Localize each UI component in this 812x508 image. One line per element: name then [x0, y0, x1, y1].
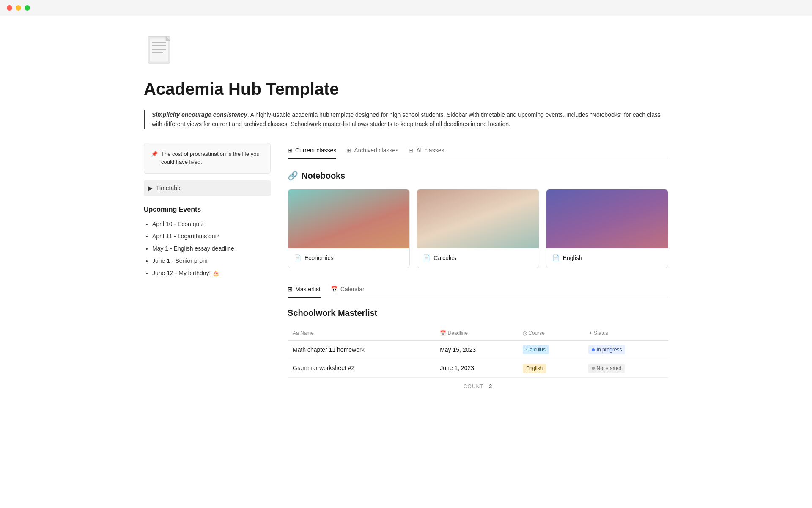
course-badge: Calculus — [523, 345, 549, 354]
status-dot — [592, 367, 595, 370]
table-icon: ⊞ — [288, 285, 293, 294]
table-row: Math chapter 11 homework May 15, 2023 Ca… — [288, 340, 668, 359]
tab-current-classes[interactable]: ⊞ Current classes — [288, 143, 336, 159]
page-title: Academia Hub Template — [144, 76, 668, 102]
col-status-header: ✦ Status — [583, 326, 668, 341]
row-deadline: June 1, 2023 — [435, 359, 518, 378]
grid-icon: ⊞ — [288, 146, 293, 155]
document-icon: 📄 — [552, 254, 560, 262]
timetable-toggle[interactable]: ▶ Timetable — [144, 180, 271, 196]
list-item: June 1 - Senior prom — [152, 257, 271, 265]
calendar-icon: 📅 — [331, 285, 338, 294]
upcoming-events-section: Upcoming Events April 10 - Econ quiz Apr… — [144, 204, 271, 278]
notebook-card-calculus[interactable]: 📄 Calculus — [417, 189, 539, 268]
text-icon: Aa — [293, 330, 299, 336]
maximize-button[interactable] — [25, 5, 30, 11]
link-icon: 🔗 — [288, 169, 298, 182]
status-icon: ✦ — [588, 330, 593, 336]
row-deadline: May 15, 2023 — [435, 340, 518, 359]
grid-icon: ⊞ — [409, 146, 414, 155]
notebook-card-english[interactable]: 📄 English — [546, 189, 668, 268]
notebook-cover-economics — [288, 189, 409, 248]
minimize-button[interactable] — [16, 5, 21, 11]
sub-tabs-bar: ⊞ Masterlist 📅 Calendar — [288, 282, 668, 298]
description-bold: Simplicity encourage consistency — [152, 111, 247, 118]
row-name: Grammar worksheet #2 — [288, 359, 435, 378]
main-content: ⊞ Current classes ⊞ Archived classes ⊞ A… — [288, 143, 668, 395]
document-icon: 📄 — [423, 254, 430, 262]
status-dot — [592, 348, 595, 351]
svg-rect-1 — [150, 38, 168, 62]
quote-box: 📌 The cost of procrastination is the lif… — [144, 143, 271, 174]
status-badge: Not started — [588, 364, 625, 373]
sub-tab-calendar[interactable]: 📅 Calendar — [331, 282, 365, 298]
course-badge: English — [523, 364, 546, 373]
timetable-label: Timetable — [156, 184, 182, 193]
list-item: April 10 - Econ quiz — [152, 220, 271, 229]
calendar-col-icon: 📅 — [440, 330, 446, 336]
notebooks-section: 🔗 Notebooks 📄 Economics — [288, 169, 668, 268]
grid-icon: ⊞ — [346, 146, 351, 155]
count-label: COUNT — [464, 384, 483, 389]
status-badge: In progress — [588, 345, 625, 354]
sub-tab-masterlist[interactable]: ⊞ Masterlist — [288, 282, 321, 298]
events-list: April 10 - Econ quiz April 11 - Logarith… — [144, 220, 271, 278]
col-deadline-header: 📅 Deadline — [435, 326, 518, 341]
close-button[interactable] — [7, 5, 12, 11]
list-item: April 11 - Logarithms quiz — [152, 232, 271, 241]
notebook-label-english: 📄 English — [546, 248, 668, 268]
notebooks-grid: 📄 Economics 📄 Calculus — [288, 189, 668, 268]
tab-all-classes[interactable]: ⊞ All classes — [409, 143, 444, 159]
col-course-header: ◎ Course — [518, 326, 583, 341]
page-container: Academia Hub Template Simplicity encoura… — [110, 16, 702, 412]
table-row: Grammar worksheet #2 June 1, 2023 Englis… — [288, 359, 668, 378]
timetable-arrow-icon: ▶ — [148, 184, 153, 193]
page-icon — [144, 33, 668, 69]
course-icon: ◎ — [523, 330, 527, 336]
notebook-cover-english — [546, 189, 668, 248]
masterlist-title: Schoolwork Masterlist — [288, 306, 668, 319]
upcoming-events-title: Upcoming Events — [144, 204, 271, 215]
tabs-bar: ⊞ Current classes ⊞ Archived classes ⊞ A… — [288, 143, 668, 159]
col-name-header: Aa Name — [288, 326, 435, 341]
content-layout: 📌 The cost of procrastination is the lif… — [144, 143, 668, 395]
sidebar: 📌 The cost of procrastination is the lif… — [144, 143, 271, 395]
count-value: 2 — [489, 384, 492, 389]
titlebar — [0, 0, 812, 16]
notebook-card-economics[interactable]: 📄 Economics — [288, 189, 410, 268]
row-course: English — [518, 359, 583, 378]
quote-icon: 📌 — [151, 150, 158, 158]
tab-archived-classes[interactable]: ⊞ Archived classes — [346, 143, 398, 159]
list-item: May 1 - English essay deadline — [152, 244, 271, 253]
row-status: Not started — [583, 359, 668, 378]
row-course: Calculus — [518, 340, 583, 359]
notebooks-title: Notebooks — [302, 169, 345, 182]
row-name: Math chapter 11 homework — [288, 340, 435, 359]
notebook-label-calculus: 📄 Calculus — [417, 248, 538, 268]
list-item: June 12 - My birthday! 🎂 — [152, 269, 271, 278]
document-icon: 📄 — [294, 254, 301, 262]
notebooks-header: 🔗 Notebooks — [288, 169, 668, 182]
masterlist-section: Schoolwork Masterlist Aa Name 📅 Deadline — [288, 306, 668, 395]
row-status: In progress — [583, 340, 668, 359]
page-description: Simplicity encourage consistency. A high… — [144, 110, 668, 129]
notebook-cover-calculus — [417, 189, 538, 248]
notebook-label-economics: 📄 Economics — [288, 248, 409, 268]
masterlist-table: Aa Name 📅 Deadline ◎ Course — [288, 326, 668, 378]
quote-text: The cost of procrastination is the life … — [161, 150, 263, 166]
count-row: COUNT 2 — [288, 378, 668, 395]
